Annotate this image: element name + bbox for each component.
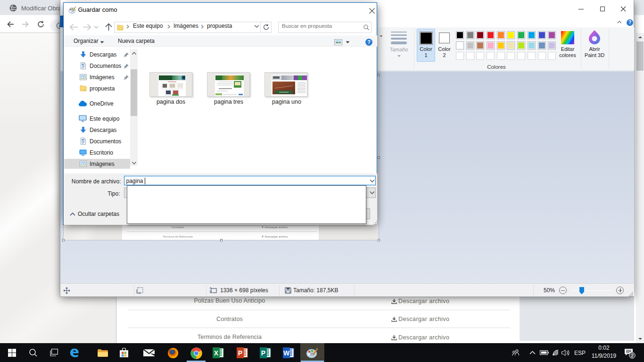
svg-text:W: W [283, 349, 290, 357]
svg-text:P: P [238, 349, 242, 357]
svg-text:X: X [214, 349, 219, 357]
svg-text:P: P [261, 349, 265, 357]
